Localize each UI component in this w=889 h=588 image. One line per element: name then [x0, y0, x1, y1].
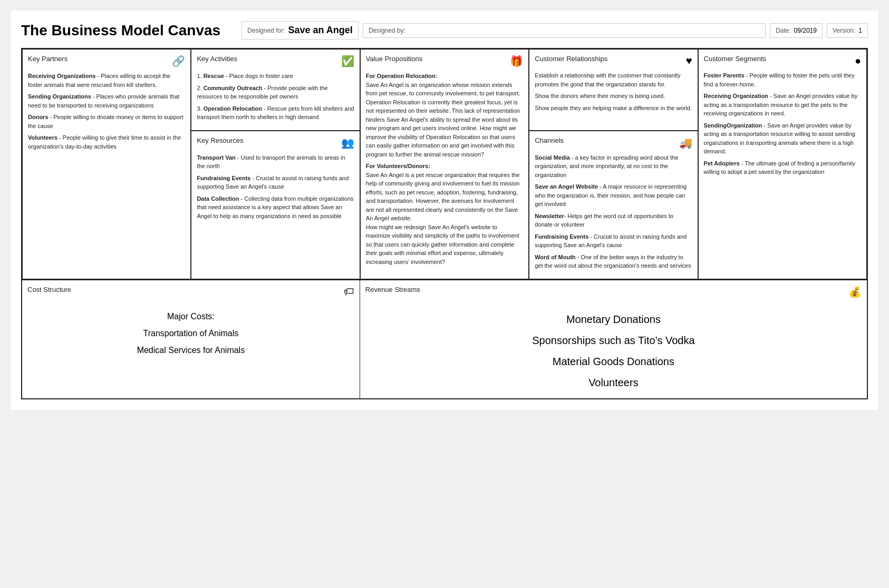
key-activities-cell: Key Activities ✅ 1. Rescue - Place dogs …	[191, 49, 360, 131]
customer-relationships-header: Customer Relationships ♥	[535, 55, 692, 67]
cost-structure-content: Major Costs: Transportation of Animals M…	[27, 308, 354, 359]
main-title: The Business Model Canvas	[21, 22, 220, 39]
revenue-streams-content: Monetary Donations Sponsorships such as …	[365, 309, 862, 393]
page: The Business Model Canvas Designed for: …	[11, 11, 878, 410]
value-propositions-title: Value Propositions	[366, 55, 422, 63]
header: The Business Model Canvas Designed for: …	[21, 21, 868, 40]
customer-segments-header: Customer Segments ●	[704, 55, 861, 67]
key-partners-icon: 🔗	[172, 55, 185, 67]
value-propositions-icon: 🎁	[510, 55, 523, 67]
customer-segments-title: Customer Segments	[704, 55, 767, 63]
kp-item3-text: - People willing to dnoate money or item…	[28, 114, 183, 129]
date-label: Date:	[776, 27, 791, 34]
channels-header: Channels 🚚	[535, 136, 692, 149]
revenue-streams-title: Revenue Streams	[365, 286, 420, 293]
ka-item2-bold: Community Outreach	[204, 85, 263, 91]
key-partners-cell: Key Partners 🔗 Receiving Organizations -…	[22, 49, 191, 279]
key-resources-content: Transport Van - Used to transport the an…	[197, 153, 354, 221]
revenue-streams-cell: Revenue Streams 💰 Monetary Donations Spo…	[360, 280, 867, 398]
key-activities-content: 1. Rescue - Place dogs in foster care 2.…	[197, 72, 354, 122]
customer-relationships-cell: Customer Relationships ♥ Establish a rel…	[529, 49, 698, 131]
version-field: Version: 1	[827, 23, 868, 38]
canvas-bottom: Cost Structure 🏷 Major Costs: Transporta…	[22, 279, 867, 398]
kp-item1-bold: Receiving Organizations	[28, 73, 95, 79]
major-costs-label: Major Costs:	[27, 308, 354, 325]
org-name: Save an Angel	[288, 25, 352, 36]
key-partners-content: Receiving Organizations - Places willing…	[28, 72, 185, 151]
revenue-item-4: Volunteers	[365, 372, 862, 393]
key-activities-title: Key Activities	[197, 55, 237, 63]
canvas-top: Key Partners 🔗 Receiving Organizations -…	[22, 49, 867, 279]
value-propositions-header: Value Propositions 🎁	[366, 55, 523, 67]
designed-by-label: Designed by:	[369, 27, 405, 34]
customer-relationships-content: Establish a relationship with the custom…	[535, 71, 692, 112]
key-activities-header: Key Activities ✅	[197, 55, 354, 67]
key-resources-icon: 👥	[341, 136, 354, 149]
ka-item1-bold: Rescue	[204, 73, 224, 79]
customer-segments-content: Foster Parents - People willing to foste…	[704, 71, 861, 177]
cost-item-2: Medical Services for Animals	[27, 342, 354, 359]
cost-structure-icon: 🏷	[344, 286, 354, 298]
channels-content: Social Media - a key factor in spreading…	[535, 153, 692, 270]
key-partners-title: Key Partners	[28, 55, 67, 63]
channels-icon: 🚚	[679, 136, 692, 149]
value-propositions-content: For Operation Relocation: Save An Angel …	[366, 72, 523, 266]
customer-segments-cell: Customer Segments ● Foster Parents - Peo…	[698, 49, 867, 279]
customer-segments-icon: ●	[855, 55, 861, 67]
revenue-item-3: Material Goods Donations	[365, 351, 862, 372]
date-field: Date: 09/2019	[770, 23, 823, 38]
canvas: Key Partners 🔗 Receiving Organizations -…	[21, 48, 868, 399]
designed-for-label: Designed for:	[247, 27, 285, 34]
header-fields: Designed for: Save an Angel Designed by:…	[241, 21, 868, 40]
ka-item3-bold: Operation Relocation	[204, 105, 262, 112]
key-resources-header: Key Resources 👥	[197, 136, 354, 149]
key-resources-cell: Key Resources 👥 Transport Van - Used to …	[191, 131, 360, 279]
designed-for-field: Designed for: Save an Angel	[241, 21, 359, 40]
value-propositions-cell: Value Propositions 🎁 For Operation Reloc…	[360, 49, 529, 279]
date-value: 09/2019	[794, 27, 817, 34]
cost-structure-header: Cost Structure 🏷	[27, 286, 354, 298]
revenue-item-1: Monetary Donations	[365, 309, 862, 330]
key-partners-header: Key Partners 🔗	[28, 55, 185, 67]
kp-item4-bold: Volunteers	[28, 134, 57, 141]
version-value: 1	[858, 27, 862, 34]
cost-item-1: Transportation of Animals	[27, 325, 354, 342]
designed-by-field: Designed by:	[363, 23, 766, 38]
key-activities-icon: ✅	[341, 55, 354, 67]
cost-structure-title: Cost Structure	[27, 286, 71, 293]
revenue-item-2: Sponsorships such as Tito's Vodka	[365, 330, 862, 351]
revenue-streams-icon: 💰	[848, 286, 862, 298]
revenue-streams-header: Revenue Streams 💰	[365, 286, 862, 298]
customer-relationships-icon: ♥	[686, 55, 692, 67]
kp-item3-bold: Donors	[28, 114, 49, 120]
channels-title: Channels	[535, 136, 564, 144]
channels-cell: Channels 🚚 Social Media - a key factor i…	[529, 131, 698, 279]
customer-relationships-title: Customer Relationships	[535, 55, 607, 63]
cost-structure-cell: Cost Structure 🏷 Major Costs: Transporta…	[22, 280, 360, 398]
version-label: Version:	[833, 27, 855, 34]
key-resources-title: Key Resources	[197, 136, 243, 144]
kp-item2-bold: Sending Organizations	[28, 93, 91, 100]
